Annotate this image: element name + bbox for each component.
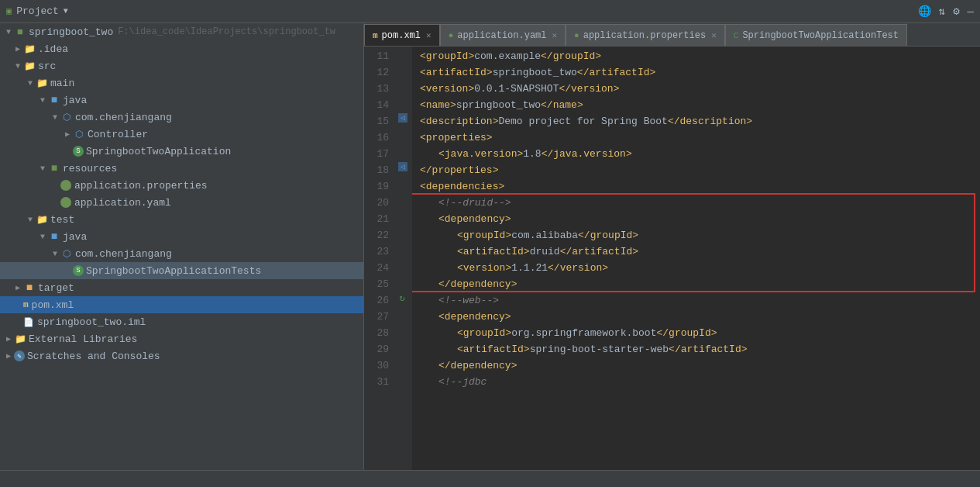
xml-bracket: > <box>468 48 474 64</box>
project-folder-icon: ■ <box>14 26 26 38</box>
folder-icon <box>23 43 36 55</box>
tab-yaml-label: application.yaml <box>457 30 546 41</box>
gear-icon[interactable]: ⚙ <box>953 5 959 18</box>
sort-icon[interactable]: ⇅ <box>939 5 945 18</box>
sidebar-item-springboot-app[interactable]: S SpringbootTwoApplication <box>0 143 363 160</box>
xml-bracket: > <box>595 48 601 64</box>
sidebar-item-idea[interactable]: .idea <box>0 40 363 57</box>
folder-icon <box>23 60 36 72</box>
sidebar-item-test[interactable]: test <box>0 211 363 228</box>
spring-test-icon: S <box>73 265 84 276</box>
sidebar-item-resources[interactable]: ■ resources <box>0 160 363 177</box>
tab-close-yaml[interactable]: ✕ <box>552 30 557 40</box>
sidebar-item-iml[interactable]: 📄 springboot_two.iml <box>0 313 363 330</box>
code-area[interactable]: <groupId>com.example</groupId> <artifact… <box>412 47 980 470</box>
xml-tag: groupId <box>426 48 469 64</box>
sidebar-item-com-chen[interactable]: ⬡ com.chenjiangang <box>0 109 363 126</box>
code-line-23: <artifactId>druid</artifactId> <box>420 244 980 260</box>
src-label: src <box>38 60 56 72</box>
code-line-22: <groupId>com.alibaba</groupId> <box>420 227 980 244</box>
sidebar-item-scratches[interactable]: ✎ Scratches and Consoles <box>0 347 363 364</box>
bottom-bar <box>0 470 980 487</box>
arrow-icon <box>12 282 23 293</box>
tab-yaml-icon: ● <box>449 31 454 40</box>
sidebar-item-main[interactable]: main <box>0 74 363 92</box>
sidebar-item-controller[interactable]: ⬡ Controller <box>0 126 363 143</box>
folder-blue-icon: ■ <box>48 94 60 106</box>
sidebar-item-app-props[interactable]: application.properties <box>0 177 363 194</box>
arrow-icon <box>12 60 23 71</box>
code-line-18: </properties> <box>420 162 980 178</box>
code-line-27: <dependency> <box>420 309 980 325</box>
code-line-15: <description>Demo project for Spring Boo… <box>420 113 980 130</box>
tab-props[interactable]: ● application.properties ✕ <box>566 24 725 46</box>
code-line-13: <version>0.0.1-SNAPSHOT</version> <box>420 81 980 97</box>
tab-test[interactable]: C SpringbootTwoApplicationTest <box>725 24 907 46</box>
code-line-14: <name>springboot_two</name> <box>420 97 980 113</box>
tab-test-label: SpringbootTwoApplicationTest <box>742 30 899 41</box>
project-path: F:\idea_code\IdeaProjects\springboot_tw <box>118 26 335 37</box>
folder-icon <box>36 213 48 226</box>
title-bar: ▣ Project ▼ 🌐 ⇅ ⚙ — <box>0 0 980 23</box>
xml-text: com.example <box>474 48 541 64</box>
app-props-label: application.properties <box>74 180 208 192</box>
package-icon: ⬡ <box>73 128 85 140</box>
minimize-icon[interactable]: — <box>968 5 974 18</box>
arrow-icon <box>25 78 36 88</box>
sidebar-item-pom[interactable]: m pom.xml <box>0 296 363 313</box>
sidebar-item-java[interactable]: ■ java <box>0 92 363 109</box>
tab-pom[interactable]: m pom.xml ✕ <box>364 24 440 46</box>
java-label: java <box>63 95 87 106</box>
tab-yaml[interactable]: ● application.yaml ✕ <box>440 24 566 46</box>
code-line-16: <properties> <box>420 130 980 146</box>
gutter-mark-23 <box>398 227 407 237</box>
tab-pom-label: pom.xml <box>382 30 421 41</box>
springboot-tests-label: SpringbootTwoApplicationTests <box>86 265 261 277</box>
resources-label: resources <box>63 163 117 174</box>
tab-close-pom[interactable]: ✕ <box>426 30 432 40</box>
sidebar-item-src[interactable]: src <box>0 57 363 74</box>
code-line-21: <dependency> <box>420 211 980 227</box>
xml-tag: groupId <box>553 48 596 64</box>
sidebar-item-com-chen-test[interactable]: ⬡ com.chenjiangang <box>0 245 363 262</box>
folder-blue-icon: ■ <box>48 230 60 243</box>
package-test-label: com.chenjiangang <box>75 248 172 260</box>
arrow-icon <box>50 248 60 259</box>
sidebar-item-java-test[interactable]: ■ java <box>0 228 363 245</box>
folder-icon <box>36 77 48 89</box>
code-line-19: <dependencies> <box>420 178 980 195</box>
arrow-icon <box>3 333 14 344</box>
sidebar-item-target[interactable]: ■ target <box>0 279 363 296</box>
arrow-icon <box>12 43 23 54</box>
editor-content: 11 12 13 14 15 16 17 18 19 20 21 22 23 2… <box>364 47 980 470</box>
package-icon: ⬡ <box>60 111 73 123</box>
code-line-17: <java.version>1.8</java.version> <box>420 146 980 162</box>
folder-orange-icon: ■ <box>23 281 36 294</box>
tab-close-props[interactable]: ✕ <box>711 30 717 40</box>
package-label: com.chenjiangang <box>75 112 172 123</box>
code-line-28: <groupId>org.springframework.boot</group… <box>420 325 980 341</box>
dropdown-arrow[interactable]: ▼ <box>64 7 68 16</box>
external-label: External Libraries <box>29 333 137 345</box>
controller-label: Controller <box>88 129 148 140</box>
tab-props-label: application.properties <box>583 30 706 41</box>
code-line-20: <!--druid--> <box>420 195 980 211</box>
app-yaml-label: application.yaml <box>74 197 171 209</box>
sidebar-item-springboot-two[interactable]: ■ springboot_two F:\idea_code\IdeaProjec… <box>0 23 363 40</box>
folder-icon <box>14 333 26 345</box>
sidebar-item-external[interactable]: External Libraries <box>0 330 363 347</box>
yaml-icon <box>60 197 71 208</box>
idea-label: .idea <box>38 43 68 55</box>
arrow-icon <box>25 214 36 225</box>
title-label: Project <box>16 5 59 17</box>
code-line-25: </dependency> <box>420 276 980 292</box>
props-icon <box>60 180 71 191</box>
scratches-icon: ✎ <box>14 351 25 361</box>
sidebar-item-app-yaml[interactable]: application.yaml <box>0 194 363 211</box>
java-test-label: java <box>63 231 87 243</box>
line-numbers: 11 12 13 14 15 16 17 18 19 20 21 22 23 2… <box>364 47 395 470</box>
sidebar-item-springboot-tests[interactable]: S SpringbootTwoApplicationTests <box>0 262 363 279</box>
gutter: ◁ ◁ ↻ <box>395 47 412 470</box>
xml-bracket: </ <box>541 48 553 64</box>
globe-icon[interactable]: 🌐 <box>918 5 931 18</box>
